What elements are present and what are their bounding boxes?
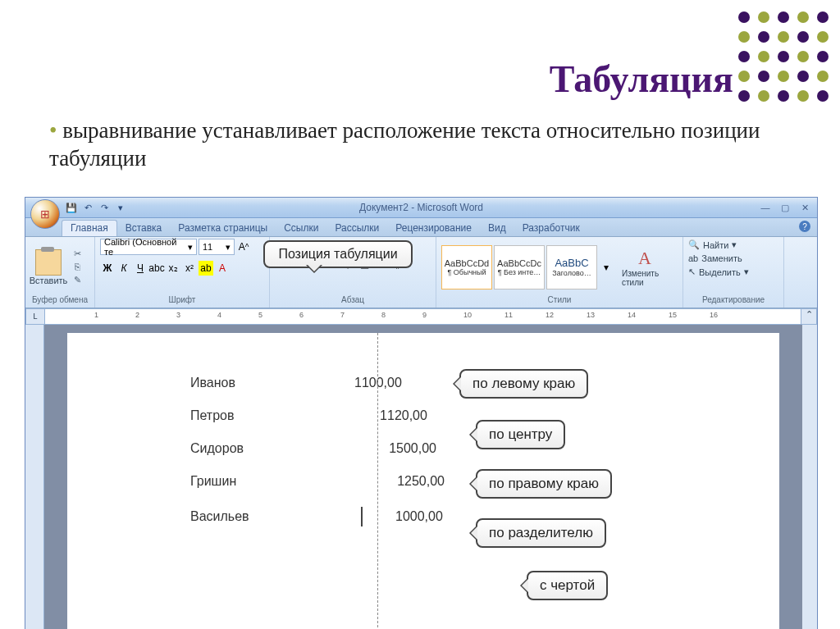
horizontal-ruler[interactable]: 12345678910111213141516 [45, 308, 801, 325]
titlebar: ⊞ 💾 ↶ ↷ ▾ Документ2 - Microsoft Word — ▢… [25, 198, 817, 218]
save-icon[interactable]: 💾 [65, 201, 78, 214]
ruler-tick: 12 [546, 311, 554, 319]
document-page: Иванов1100,00Петров1120,00Сидоров1500,00… [67, 333, 779, 629]
group-paragraph-label: Абзац [275, 295, 431, 304]
quick-access-toolbar: 💾 ↶ ↷ ▾ [65, 201, 127, 214]
group-styles: AaBbCcDd ¶ Обычный AaBbCcDc ¶ Без инте… … [436, 237, 683, 308]
ruler-area: L 12345678910111213141516 ⌃ [25, 308, 817, 325]
ruler-tick: 16 [710, 311, 718, 319]
ruler-tick: 9 [422, 311, 427, 319]
close-button[interactable]: ✕ [796, 203, 814, 213]
callout-tab-position: Позиция табуляции [263, 240, 413, 268]
document-line: Сидоров1500,00 [100, 441, 746, 456]
tab-home[interactable]: Главная [62, 220, 117, 236]
ruler-tick: 7 [340, 311, 345, 319]
document-area: Иванов1100,00Петров1120,00Сидоров1500,00… [25, 325, 817, 629]
redo-icon[interactable]: ↷ [98, 201, 111, 214]
ruler-tick: 4 [217, 311, 221, 319]
highlight-button[interactable]: ab [199, 261, 213, 276]
tab-review[interactable]: Рецензирование [387, 221, 480, 236]
line-name: Васильев [100, 509, 354, 524]
ruler-tick: 1 [94, 311, 98, 319]
ruler-tick: 5 [258, 311, 262, 319]
vertical-scrollbar[interactable] [802, 325, 817, 629]
cut-icon[interactable]: ✂ [71, 248, 83, 260]
font-color-button[interactable]: A [215, 261, 230, 276]
grow-font-icon[interactable]: A^ [236, 239, 251, 254]
ruler-tick: 10 [463, 311, 472, 319]
tab-references[interactable]: Ссылки [276, 221, 326, 236]
callout-label: Позиция табуляции [278, 247, 397, 261]
group-editing: 🔍Найти▾ abЗаменить ↖Выделить▾ Редактиров… [683, 237, 784, 308]
ruler-tick: 11 [504, 311, 513, 319]
group-clipboard-label: Буфер обмена [30, 295, 89, 304]
line-value: 1120,00 [354, 408, 453, 423]
ribbon: Позиция табуляции Вставить ✂ ⎘ ✎ Буфер о… [25, 237, 817, 308]
replace-icon: ab [688, 253, 698, 263]
font-name-select[interactable]: Calibri (Основной те▾ [100, 239, 197, 255]
paste-button[interactable]: Вставить [30, 249, 66, 285]
qat-more-icon[interactable]: ▾ [114, 201, 127, 214]
ruler-tick: 13 [587, 311, 595, 319]
maximize-button[interactable]: ▢ [776, 203, 794, 213]
tab-view[interactable]: Вид [480, 221, 514, 236]
callout-decimal-align: по разделителю [476, 518, 606, 548]
window-title: Документ2 - Microsoft Word [359, 202, 483, 213]
tab-developer[interactable]: Разработчик [514, 221, 588, 236]
font-size-select[interactable]: 11▾ [199, 239, 235, 255]
select-button[interactable]: ↖Выделить▾ [688, 267, 749, 277]
tab-page-layout[interactable]: Разметка страницы [170, 221, 276, 236]
document-line: Васильев1000,00 [100, 507, 746, 526]
ribbon-tabs: Главная Вставка Разметка страницы Ссылки… [25, 218, 817, 237]
group-clipboard: Вставить ✂ ⎘ ✎ Буфер обмена [25, 237, 95, 308]
style-normal[interactable]: AaBbCcDd ¶ Обычный [441, 245, 492, 289]
line-name: Гришин [100, 474, 354, 489]
slide-title: Табуляция [0, 57, 733, 101]
ruler-toggle-icon[interactable]: ⌃ [801, 308, 817, 325]
word-window: ⊞ 💾 ↶ ↷ ▾ Документ2 - Microsoft Word — ▢… [25, 197, 818, 629]
binoculars-icon: 🔍 [688, 239, 700, 250]
callout-bar-tab: с чертой [527, 571, 608, 600]
style-no-spacing[interactable]: AaBbCcDc ¶ Без инте… [494, 245, 545, 289]
line-name: Петров [100, 408, 354, 423]
change-styles-button[interactable]: A Изменить стили [622, 248, 668, 287]
line-value: 1250,00 [354, 474, 445, 489]
superscript-button[interactable]: x² [182, 261, 197, 276]
italic-button[interactable]: К [116, 261, 131, 276]
minimize-button[interactable]: — [756, 203, 774, 213]
ruler-tick: 15 [669, 311, 677, 319]
styles-more-icon[interactable]: ▾ [599, 260, 614, 275]
strike-button[interactable]: abc [149, 261, 164, 276]
style-heading[interactable]: AaBbC Заголово… [546, 245, 597, 289]
find-button[interactable]: 🔍Найти▾ [688, 239, 737, 250]
tab-insert[interactable]: Вставка [117, 221, 171, 236]
cursor-icon: ↖ [688, 267, 696, 277]
letter-a-icon: A [638, 248, 651, 269]
decoration-dots [738, 11, 829, 110]
document-line: Гришин1250,00 [100, 474, 746, 489]
tab-selector[interactable]: L [25, 308, 45, 325]
replace-button[interactable]: abЗаменить [688, 253, 742, 263]
bullet-text: выравнивание устанавливает расположение … [49, 117, 791, 173]
help-icon[interactable]: ? [799, 221, 810, 232]
tab-stop-indicator-line [377, 333, 378, 629]
copy-icon[interactable]: ⎘ [71, 262, 83, 273]
underline-button[interactable]: Ч [133, 261, 148, 276]
document-line: Петров1120,00 [100, 408, 746, 423]
vertical-ruler[interactable] [25, 325, 44, 629]
group-font-label: Шрифт [100, 295, 264, 304]
subscript-button[interactable]: x₂ [166, 261, 180, 276]
paste-label: Вставить [30, 276, 68, 285]
tab-mailings[interactable]: Рассылки [326, 221, 387, 236]
bold-button[interactable]: Ж [100, 261, 115, 276]
line-value: 1500,00 [354, 441, 436, 456]
group-editing-label: Редактирование [688, 295, 778, 304]
ruler-tick: 3 [176, 311, 180, 319]
clipboard-icon [35, 249, 62, 276]
format-painter-icon[interactable]: ✎ [71, 275, 83, 286]
office-button[interactable]: ⊞ [30, 199, 60, 229]
callout-right-align: по правому краю [476, 469, 612, 499]
ruler-tick: 6 [299, 311, 304, 319]
ruler-tick: 8 [381, 311, 386, 319]
undo-icon[interactable]: ↶ [81, 201, 94, 214]
